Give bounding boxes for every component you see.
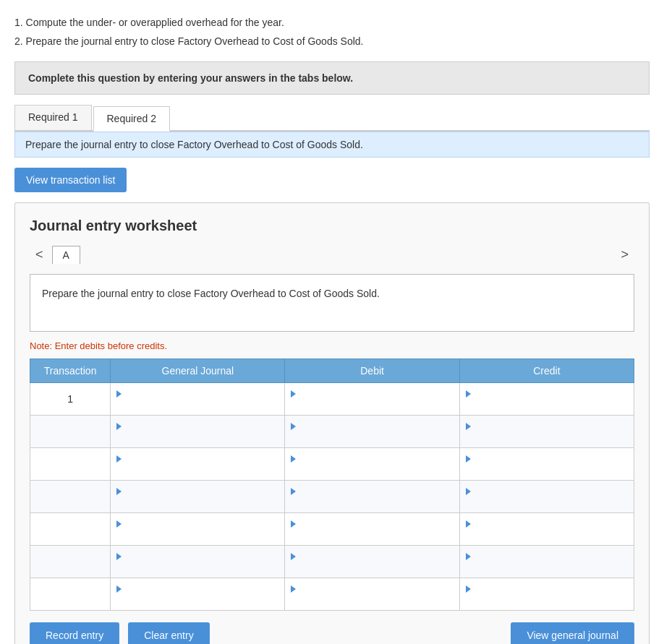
triangle-icon	[291, 553, 296, 560]
table-row	[30, 578, 634, 610]
debit-cell[interactable]	[285, 382, 459, 415]
debit-cell[interactable]	[285, 415, 459, 447]
journal-cell[interactable]	[111, 545, 285, 578]
triangle-icon	[116, 553, 122, 560]
triangle-icon	[291, 455, 296, 463]
table-row	[30, 415, 634, 447]
debit-input[interactable]	[291, 497, 453, 508]
col-debit: Debit	[285, 359, 459, 382]
journal-input[interactable]	[116, 562, 278, 573]
triangle-icon	[466, 455, 471, 463]
info-bar: Prepare the journal entry to close Facto…	[14, 132, 650, 158]
tab-required1[interactable]: Required 1	[14, 105, 92, 130]
debit-cell[interactable]	[285, 447, 459, 480]
triangle-icon	[116, 520, 122, 528]
credit-cell[interactable]	[459, 545, 634, 578]
journal-input[interactable]	[116, 594, 278, 606]
journal-input[interactable]	[116, 529, 278, 541]
journal-input[interactable]	[116, 497, 278, 508]
credit-input[interactable]	[466, 529, 628, 541]
complete-box-text: Complete this question by entering your …	[28, 72, 353, 84]
journal-cell[interactable]	[111, 415, 285, 447]
debit-input[interactable]	[291, 464, 453, 476]
tab-required2[interactable]: Required 2	[93, 106, 171, 132]
worksheet-card: Journal entry worksheet < A > Prepare th…	[14, 202, 650, 644]
instruction-line2: 2. Prepare the journal entry to close Fa…	[14, 33, 650, 49]
sheet-nav: < A >	[30, 246, 634, 264]
credit-input[interactable]	[466, 562, 628, 573]
transaction-cell	[30, 447, 111, 480]
journal-table: Transaction General Journal Debit Credit…	[30, 359, 634, 611]
transaction-cell	[30, 480, 111, 512]
debit-input[interactable]	[291, 399, 453, 411]
debit-cell[interactable]	[285, 512, 459, 545]
journal-cell[interactable]	[111, 382, 285, 415]
journal-cell[interactable]	[111, 512, 285, 545]
col-credit: Credit	[459, 359, 634, 382]
triangle-icon	[116, 585, 122, 593]
nav-right-arrow[interactable]: >	[615, 247, 634, 262]
triangle-icon	[116, 390, 122, 398]
instruction-line1: 1. Compute the under- or overapplied ove…	[14, 14, 650, 30]
journal-input[interactable]	[116, 432, 278, 443]
triangle-icon	[291, 390, 296, 398]
transaction-cell	[30, 545, 111, 578]
debit-cell[interactable]	[285, 545, 459, 578]
journal-cell[interactable]	[111, 480, 285, 512]
sheet-tab-a[interactable]: A	[52, 246, 80, 264]
table-row	[30, 512, 634, 545]
debit-input[interactable]	[291, 594, 453, 606]
table-row: 1	[30, 382, 634, 415]
triangle-icon	[291, 423, 296, 430]
transaction-cell	[30, 415, 111, 447]
transaction-cell: 1	[30, 382, 111, 415]
credit-input[interactable]	[466, 594, 628, 606]
transaction-cell	[30, 578, 111, 610]
debit-cell[interactable]	[285, 480, 459, 512]
clear-entry-button[interactable]: Clear entry	[128, 622, 209, 644]
description-box: Prepare the journal entry to close Facto…	[30, 274, 634, 332]
journal-cell[interactable]	[111, 447, 285, 480]
table-row	[30, 447, 634, 480]
credit-cell[interactable]	[459, 512, 634, 545]
record-entry-button[interactable]: Record entry	[30, 622, 119, 644]
journal-cell[interactable]	[111, 578, 285, 610]
nav-left-arrow[interactable]: <	[30, 247, 49, 262]
triangle-icon	[466, 488, 471, 495]
triangle-icon	[466, 390, 471, 398]
triangle-icon	[466, 423, 471, 430]
credit-cell[interactable]	[459, 415, 634, 447]
triangle-icon	[466, 520, 471, 528]
transaction-cell	[30, 512, 111, 545]
tabs-container: Required 1 Required 2	[14, 105, 650, 132]
triangle-icon	[116, 455, 122, 463]
triangle-icon	[291, 488, 296, 495]
debit-input[interactable]	[291, 432, 453, 443]
debit-cell[interactable]	[285, 578, 459, 610]
instructions: 1. Compute the under- or overapplied ove…	[14, 14, 650, 50]
credit-cell[interactable]	[459, 447, 634, 480]
complete-box: Complete this question by entering your …	[14, 61, 650, 95]
view-transaction-button[interactable]: View transaction list	[14, 168, 127, 192]
triangle-icon	[291, 585, 296, 593]
credit-cell[interactable]	[459, 578, 634, 610]
col-general-journal: General Journal	[111, 359, 285, 382]
credit-input[interactable]	[466, 464, 628, 476]
credit-cell[interactable]	[459, 480, 634, 512]
description-text: Prepare the journal entry to close Facto…	[42, 288, 380, 299]
triangle-icon	[116, 488, 122, 495]
triangle-icon	[466, 553, 471, 560]
debit-input[interactable]	[291, 562, 453, 573]
col-transaction: Transaction	[30, 359, 111, 382]
info-bar-text: Prepare the journal entry to close Facto…	[25, 139, 363, 150]
worksheet-title: Journal entry worksheet	[30, 218, 634, 234]
credit-input[interactable]	[466, 432, 628, 443]
credit-cell[interactable]	[459, 382, 634, 415]
credit-input[interactable]	[466, 399, 628, 411]
triangle-icon	[291, 520, 296, 528]
journal-input[interactable]	[116, 399, 278, 411]
credit-input[interactable]	[466, 497, 628, 508]
journal-input[interactable]	[116, 464, 278, 476]
debit-input[interactable]	[291, 529, 453, 541]
view-general-journal-button[interactable]: View general journal	[511, 622, 634, 644]
